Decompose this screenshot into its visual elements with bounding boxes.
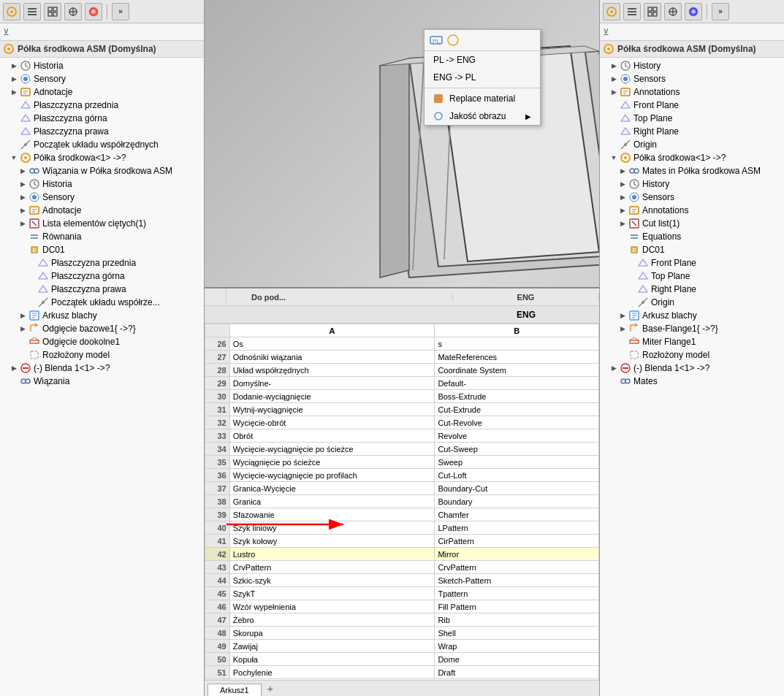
- cell-b-31[interactable]: Cut-Extrude: [435, 403, 599, 416]
- cell-a-47[interactable]: Żebro: [229, 613, 435, 627]
- tree-item-r-annotations2[interactable]: ▶ Annotations: [600, 204, 784, 217]
- list-icon[interactable]: [23, 3, 41, 20]
- menu-translate-icon[interactable]: PL: [429, 33, 444, 47]
- tree-item-r-right-plane[interactable]: Right Plane: [600, 125, 784, 138]
- tree-item-r-sensors2[interactable]: ▶ Sensors: [600, 191, 784, 204]
- tree-item-r-history2[interactable]: ▶ History: [600, 177, 784, 191]
- tree-item-polka-srodkowa[interactable]: ▼ Półka środkowa<1> ->?: [0, 151, 204, 164]
- crosshair-icon[interactable]: [64, 3, 82, 20]
- cell-a-41[interactable]: Szyk kołowy: [229, 535, 435, 548]
- cell-a-28[interactable]: Układ współrzędnych: [229, 364, 435, 377]
- table-row[interactable]: 48 Skorupa Shell: [205, 627, 599, 640]
- cell-a-42[interactable]: Lustro: [229, 548, 435, 561]
- tree-arrow-odgiecie-bazowe[interactable]: ▶: [18, 325, 28, 332]
- cell-b-44[interactable]: Sketch-Pattern: [435, 574, 599, 587]
- tree-arrow-sensory1[interactable]: ▶: [9, 75, 19, 83]
- cell-b-50[interactable]: Dome: [435, 653, 599, 666]
- tree-arrow-polka-srodkowa[interactable]: ▼: [9, 154, 19, 161]
- cell-b-51[interactable]: Draft: [435, 666, 599, 679]
- cell-a-35[interactable]: Wyciągnięcie po ścieżce: [229, 456, 435, 469]
- tree-item-plaszczyzna-prawa2[interactable]: Płaszczyzna prawa: [0, 283, 204, 296]
- cell-a-32[interactable]: Wycięcie-obrót: [229, 416, 435, 429]
- tree-item-wiazania[interactable]: ▶ Wiązania w Półka środkowa ASM: [0, 164, 204, 177]
- tree-item-r-right-plane2[interactable]: Right Plane: [600, 283, 784, 296]
- cell-b-48[interactable]: Shell: [435, 627, 599, 640]
- cell-b-41[interactable]: CirPattern: [435, 535, 599, 548]
- tree-item-r-mates[interactable]: Mates: [600, 375, 784, 388]
- tree-item-blenda[interactable]: ▶ (-) Blenda 1<1> ->?: [0, 362, 204, 375]
- tree-item-arkusz[interactable]: ▶ Arkusz blachy: [0, 309, 204, 322]
- menu-item-jakosc[interactable]: Jakość obrazu ▶: [425, 107, 540, 125]
- tree-arrow-historia2[interactable]: ▶: [18, 180, 28, 188]
- assembly-icon[interactable]: [3, 3, 20, 20]
- tree-item-r-blenda[interactable]: ▶ (-) Blenda 1<1> ->?: [600, 362, 784, 375]
- table-row[interactable]: 31 Wytnij-wyciągnięcie Cut-Extrude: [205, 403, 599, 416]
- cell-a-50[interactable]: Kopuła: [229, 653, 435, 666]
- table-row[interactable]: 29 Domyślne- Default-: [205, 377, 599, 390]
- tree-arrow-r-base-flange[interactable]: ▶: [617, 325, 628, 332]
- menu-item-eng-pl[interactable]: ENG -> PL: [425, 69, 540, 86]
- tree-item-rozlozony[interactable]: Rozłożony model: [0, 348, 204, 362]
- tree-item-dc01[interactable]: D DC01: [0, 243, 204, 256]
- tree-item-historia1[interactable]: ▶ Historia: [0, 59, 204, 72]
- cell-a-37[interactable]: Granica-Wycięcie: [229, 482, 435, 495]
- table-row[interactable]: 47 Żebro Rib: [205, 613, 599, 627]
- table-row[interactable]: 46 Wzór wypełnienia Fill Pattern: [205, 600, 599, 613]
- table-row[interactable]: 33 Obrót Revolve: [205, 429, 599, 443]
- tree-item-r-front-plane[interactable]: Front Plane: [600, 99, 784, 112]
- table-row[interactable]: 35 Wyciągnięcie po ścieżce Sweep: [205, 456, 599, 469]
- table-row[interactable]: 26 Os s: [205, 337, 599, 351]
- table-row[interactable]: 32 Wycięcie-obrót Cut-Revolve: [205, 416, 599, 429]
- cell-b-34[interactable]: Cut-Sweep: [435, 443, 599, 456]
- cell-a-48[interactable]: Skorupa: [229, 627, 435, 640]
- tree-item-lista[interactable]: ▶ Lista elementów ciętych(1): [0, 217, 204, 230]
- cell-b-46[interactable]: Fill Pattern: [435, 600, 599, 613]
- r-table-icon[interactable]: [644, 3, 661, 20]
- tree-item-sensory1[interactable]: ▶ Sensory: [0, 72, 204, 85]
- cell-b-26[interactable]: s: [435, 337, 599, 351]
- tree-item-sensory2[interactable]: ▶ Sensory: [0, 191, 204, 204]
- tree-arrow-r-history[interactable]: ▶: [609, 62, 619, 69]
- tree-item-r-mates-in[interactable]: ▶ Mates in Półka środkowa ASM: [600, 164, 784, 177]
- cell-a-31[interactable]: Wytnij-wyciągnięcie: [229, 403, 435, 416]
- tree-arrow-r-annotations[interactable]: ▶: [609, 88, 619, 96]
- cell-b-28[interactable]: Coordinate System: [435, 364, 599, 377]
- tree-item-r-arkusz[interactable]: ▶ Arkusz blachy: [600, 309, 784, 322]
- table-row[interactable]: 50 Kopuła Dome: [205, 653, 599, 666]
- cell-a-43[interactable]: CrvPattern: [229, 561, 435, 574]
- table-row[interactable]: 40 Szyk liniowy LPattern: [205, 521, 599, 535]
- tree-arrow-historia1[interactable]: ▶: [9, 62, 19, 69]
- r-color-wheel-icon[interactable]: [685, 3, 702, 20]
- tree-item-r-cut-list[interactable]: ▶ Cut list(1): [600, 217, 784, 230]
- cell-b-36[interactable]: Cut-Loft: [435, 469, 599, 482]
- cell-a-51[interactable]: Pochylenie: [229, 666, 435, 679]
- table-row[interactable]: 45 SzykT Tpattern: [205, 587, 599, 600]
- cell-b-29[interactable]: Default-: [435, 377, 599, 390]
- cell-b-35[interactable]: Sweep: [435, 456, 599, 469]
- cell-a-49[interactable]: Zawijaj: [229, 640, 435, 653]
- cell-b-39[interactable]: Chamfer: [435, 508, 599, 521]
- cell-b-30[interactable]: Boss-Extrude: [435, 390, 599, 403]
- tree-item-wiazania2[interactable]: Wiązania: [0, 375, 204, 388]
- cell-a-46[interactable]: Wzór wypełnienia: [229, 600, 435, 613]
- cell-a-29[interactable]: Domyślne-: [229, 377, 435, 390]
- cell-b-37[interactable]: Boundary-Cut: [435, 482, 599, 495]
- spreadsheet-scroll[interactable]: AB 26 Os s 27 Odnośniki wiązania MateRef…: [205, 324, 599, 696]
- tree-arrow-wiazania[interactable]: ▶: [18, 167, 28, 175]
- cell-b-42[interactable]: Mirror: [435, 548, 599, 561]
- tree-item-r-history[interactable]: ▶ History: [600, 59, 784, 72]
- tree-item-r-dc01[interactable]: D DC01: [600, 243, 784, 256]
- cell-a-45[interactable]: SzykT: [229, 587, 435, 600]
- tree-item-adnotacje1[interactable]: ▶ Adnotacje: [0, 85, 204, 99]
- table-row[interactable]: 28 Układ współrzędnych Coordinate System: [205, 364, 599, 377]
- tree-item-r-sensors[interactable]: ▶ Sensors: [600, 72, 784, 85]
- tree-arrow-r-mates-in[interactable]: ▶: [617, 167, 628, 175]
- cell-a-33[interactable]: Obrót: [229, 429, 435, 443]
- tree-item-plaszczyzna-gorna1[interactable]: Płaszczyzna górna: [0, 112, 204, 125]
- table-row[interactable]: 43 CrvPattern CrvPattern: [205, 561, 599, 574]
- tree-item-r-base-flange[interactable]: ▶ Base-Flange1{ ->?}: [600, 322, 784, 335]
- cell-b-40[interactable]: LPattern: [435, 521, 599, 535]
- cell-b-27[interactable]: MateReferences: [435, 351, 599, 364]
- table-row[interactable]: 38 Granica Boundary: [205, 495, 599, 508]
- r-more-icon[interactable]: »: [712, 3, 729, 20]
